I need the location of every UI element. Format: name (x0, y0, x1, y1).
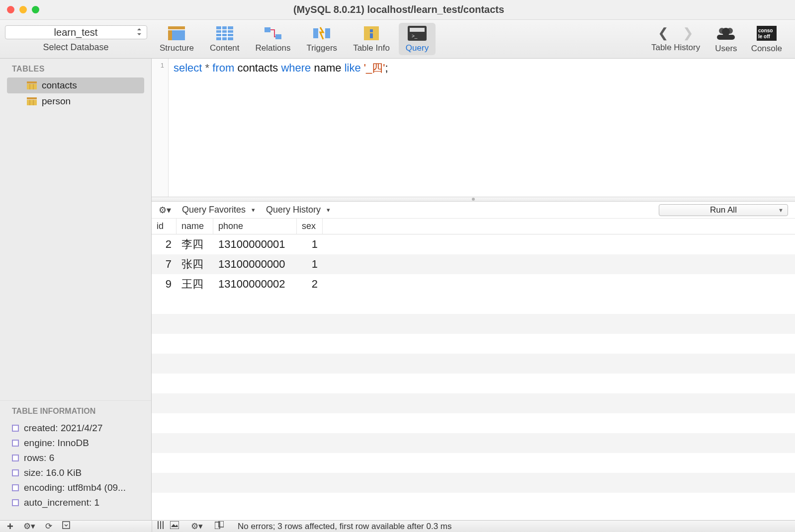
users-button[interactable]: Users (708, 20, 744, 58)
svg-rect-9 (265, 27, 270, 32)
info-row: created: 2021/4/27 (12, 421, 139, 436)
tableinfo-icon (362, 25, 381, 41)
clipboard-icon[interactable] (215, 521, 224, 532)
titlebar: (MySQL 8.0.21) localhost/learn_test/cont… (0, 0, 795, 20)
cell-phone: 13100000002 (213, 278, 297, 291)
results-body: 2 李四 13100000001 1 7 张四 13100000000 1 9 … (152, 234, 795, 294)
table-name: person (42, 96, 71, 107)
tab-label: Relations (256, 43, 291, 53)
info-text: size: 16.0 KiB (24, 467, 82, 478)
svg-text:le off: le off (758, 34, 771, 39)
svg-rect-30 (27, 97, 37, 99)
info-row: auto_increment: 1 (12, 495, 139, 510)
svg-rect-31 (27, 100, 37, 105)
gear-icon[interactable]: ⚙︎▾ (159, 205, 171, 216)
result-row[interactable]: 7 张四 13100000000 1 (152, 254, 795, 274)
tab-content[interactable]: Content (203, 23, 247, 55)
column-name[interactable]: name (177, 219, 213, 234)
history-label: Table History (651, 43, 700, 53)
column-sex[interactable]: sex (297, 219, 323, 234)
query-editor[interactable]: select * from contacts where name like '… (169, 59, 795, 197)
relations-icon (264, 25, 282, 41)
column-id[interactable]: id (152, 219, 177, 234)
svg-rect-0 (168, 26, 185, 29)
tab-structure[interactable]: Structure (153, 23, 201, 55)
tab-tableinfo[interactable]: Table Info (346, 23, 397, 55)
pane-resizer[interactable] (152, 197, 795, 202)
add-icon[interactable]: + (7, 520, 13, 532)
info-text: encoding: utf8mb4 (09... (24, 482, 126, 493)
svg-rect-26 (27, 81, 37, 83)
token-col: name (311, 62, 344, 74)
chevron-down-icon: ▾ (327, 206, 330, 214)
run-all-button[interactable]: Run All ▼ (659, 204, 788, 216)
triggers-icon (312, 25, 331, 41)
collapse-icon[interactable] (62, 521, 70, 532)
cell-sex: 2 (297, 278, 323, 291)
query-editor-wrap: 1 select * from contacts where name like… (152, 59, 795, 197)
tab-query[interactable]: >_ Query (399, 23, 436, 55)
bullet-icon (12, 484, 19, 491)
database-chooser-label: Select Database (43, 42, 108, 53)
database-chooser[interactable]: learn_test (5, 25, 147, 39)
main-split: TABLES contacts person TABLE INFORMATION… (0, 59, 795, 520)
table-icon (27, 81, 37, 89)
table-row-person[interactable]: person (7, 93, 144, 109)
tab-triggers[interactable]: Triggers (299, 23, 344, 55)
svg-rect-12 (325, 28, 330, 38)
query-history-menu[interactable]: Query History ▾ (266, 205, 330, 215)
history-forward-icon[interactable]: ❯ (683, 25, 694, 41)
history-back-icon[interactable]: ❮ (658, 25, 669, 41)
bullet-icon (12, 499, 19, 506)
run-all-label: Run All (710, 205, 737, 215)
query-history-label: Query History (266, 205, 321, 215)
users-icon (715, 25, 736, 42)
gear-icon[interactable]: ⚙︎▾ (191, 521, 203, 532)
cell-phone: 13100000000 (213, 258, 297, 271)
result-row[interactable]: 2 李四 13100000001 1 (152, 234, 795, 254)
table-info-header: TABLE INFORMATION (12, 407, 139, 421)
cell-phone: 13100000001 (213, 238, 297, 251)
users-label: Users (715, 44, 737, 54)
info-text: created: 2021/4/27 (24, 423, 102, 434)
console-button[interactable]: console off Console (744, 20, 789, 58)
result-row[interactable]: 9 王四 13100000002 2 (152, 274, 795, 294)
bullet-icon (12, 455, 19, 461)
token-select: select (174, 62, 202, 74)
database-chooser-value: learn_test (54, 27, 98, 38)
results-header: id name phone sex (152, 219, 795, 234)
image-icon[interactable] (170, 521, 179, 532)
info-row: size: 16.0 KiB (12, 465, 139, 480)
chevron-updown-icon (137, 28, 142, 37)
console-label: Console (751, 44, 782, 54)
token-from: from (212, 62, 234, 74)
results-pane: id name phone sex 2 李四 13100000001 1 7 张… (152, 219, 795, 520)
svg-rect-2 (168, 30, 172, 40)
table-information: TABLE INFORMATION created: 2021/4/27 eng… (0, 400, 151, 520)
query-icon: >_ (408, 25, 427, 41)
column-phone[interactable]: phone (213, 219, 297, 234)
content-pane: 1 select * from contacts where name like… (152, 59, 795, 520)
table-row-contacts[interactable]: contacts (7, 77, 144, 93)
svg-rect-27 (27, 84, 37, 89)
svg-rect-14 (370, 29, 373, 32)
svg-rect-10 (275, 34, 281, 39)
panel-toggle-icon[interactable] (152, 521, 164, 532)
query-favorites-menu[interactable]: Query Favorites ▾ (182, 205, 255, 215)
query-controls: ⚙︎▾ Query Favorites ▾ Query History ▾ Ru… (152, 202, 795, 219)
bullet-icon (12, 425, 19, 432)
content-icon (215, 25, 234, 41)
gear-icon[interactable]: ⚙︎▾ (23, 521, 35, 532)
tab-relations[interactable]: Relations (249, 23, 298, 55)
results-empty-stripes (152, 294, 795, 493)
tab-label: Table Info (353, 43, 390, 53)
table-icon (27, 97, 37, 105)
cell-name: 王四 (177, 277, 213, 292)
svg-point-21 (722, 28, 730, 36)
svg-text:conso: conso (758, 28, 773, 33)
status-message: No errors; 3 rows affected, first row av… (230, 522, 460, 532)
svg-rect-4 (216, 30, 233, 40)
svg-rect-15 (370, 33, 373, 38)
refresh-icon[interactable]: ⟳ (45, 521, 52, 532)
status-left: + ⚙︎▾ ⟳ (0, 520, 152, 532)
